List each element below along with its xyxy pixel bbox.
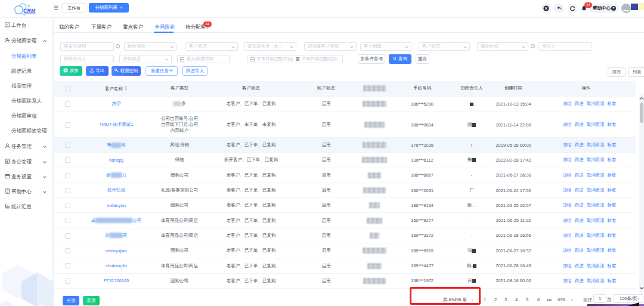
svg-text:CRM: CRM — [23, 8, 36, 14]
